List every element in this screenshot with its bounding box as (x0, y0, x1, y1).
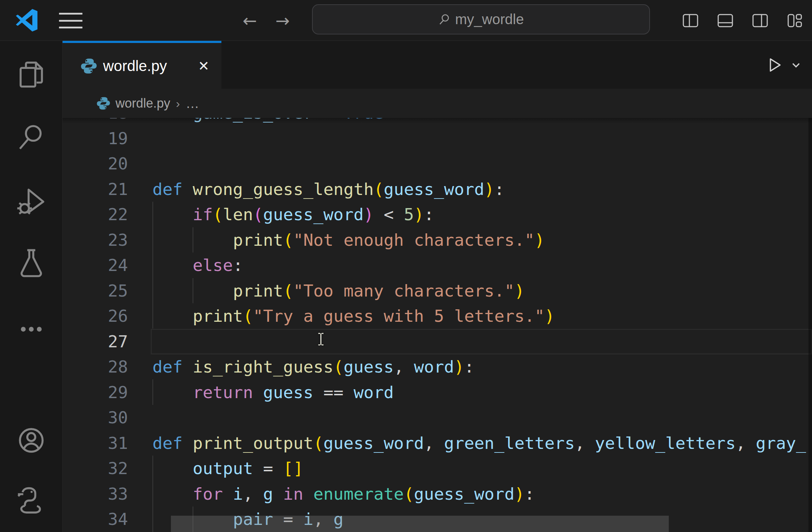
toggle-panel-icon[interactable] (716, 11, 735, 30)
code-text: if(len(guess_word) < 5): (152, 202, 434, 227)
tab-close-icon[interactable]: ✕ (198, 59, 209, 73)
code-text: print("Try a guess with 5 letters.") (152, 303, 555, 329)
line-number[interactable]: 21 (63, 177, 128, 202)
line-number[interactable]: 24 (63, 253, 128, 278)
title-bar: ← → my_wordle (0, 0, 812, 41)
code-lines: 18 game_is_over = True192021def wrong_gu… (63, 89, 812, 532)
breadcrumb-file[interactable]: wordle.py (115, 96, 170, 111)
breadcrumb-chevron-icon: › (176, 97, 180, 110)
run-button[interactable] (764, 55, 784, 75)
code-line-32[interactable]: 32 output = [] (63, 456, 812, 481)
line-number[interactable]: 29 (63, 380, 128, 405)
breadcrumb-shadow (63, 118, 812, 124)
code-line-23[interactable]: 23 print("Not enough characters.") (63, 227, 812, 253)
code-text: def print_output(guess_word, green_lette… (152, 430, 806, 456)
line-number[interactable]: 34 (63, 506, 128, 532)
code-line-33[interactable]: 33 for i, g in enumerate(guess_word): (63, 481, 812, 507)
code-line-31[interactable]: 31def print_output(guess_word, green_let… (63, 430, 812, 456)
code-line-22[interactable]: 22 if(len(guess_word) < 5): (63, 202, 812, 227)
vertical-scrollbar[interactable] (808, 89, 812, 532)
line-number[interactable]: 19 (63, 126, 128, 151)
code-line-20[interactable]: 20 (63, 151, 812, 177)
back-arrow-icon[interactable]: ← (237, 0, 262, 41)
toggle-sidebar-icon[interactable] (681, 11, 700, 30)
tab-wordle-py[interactable]: wordle.py ✕ (63, 41, 221, 89)
line-number[interactable]: 22 (63, 202, 128, 227)
run-dropdown-chevron-icon[interactable] (790, 60, 802, 70)
python-file-icon (80, 58, 97, 75)
layout-controls (681, 0, 805, 41)
customize-layout-icon[interactable] (785, 11, 805, 30)
code-text: else: (152, 253, 243, 278)
tab-label: wordle.py (103, 58, 167, 75)
code-text: output = [] (152, 456, 303, 481)
line-number[interactable]: 27 (63, 329, 128, 354)
code-line-29[interactable]: 29 return guess == word (63, 380, 812, 405)
line-number[interactable]: 26 (63, 303, 128, 329)
code-line-28[interactable]: 28def is_right_guess(guess, word): (63, 354, 812, 380)
vscode-window: ← → my_wordle (0, 0, 812, 532)
search-value: my_wordle (455, 11, 524, 27)
search-input[interactable]: my_wordle (312, 4, 650, 34)
code-line-26[interactable]: 26 print("Try a guess with 5 letters.") (63, 303, 812, 329)
line-number[interactable]: 25 (63, 278, 128, 304)
line-number[interactable]: 23 (63, 227, 128, 253)
run-and-debug-icon[interactable] (15, 185, 47, 217)
code-editor[interactable]: 18 game_is_over = True192021def wrong_gu… (63, 89, 812, 532)
line-number[interactable]: 31 (63, 430, 128, 456)
line-number[interactable]: 28 (63, 354, 128, 380)
line-number[interactable]: 30 (63, 405, 128, 430)
toggle-secondary-sidebar-icon[interactable] (751, 11, 770, 30)
python-file-icon (96, 96, 111, 110)
code-line-21[interactable]: 21def wrong_guess_length(guess_word): (63, 177, 812, 202)
vscode-logo-icon (15, 9, 38, 32)
editor-actions (764, 41, 802, 89)
line-number[interactable]: 32 (63, 456, 128, 481)
code-text: return guess == word (152, 380, 394, 405)
testing-icon[interactable] (15, 247, 47, 279)
search-sidebar-icon[interactable] (15, 121, 47, 153)
code-text: def is_right_guess(guess, word): (152, 354, 474, 380)
breadcrumb-more[interactable]: … (185, 96, 200, 111)
text-cursor-pointer (313, 332, 329, 346)
code-line-25[interactable]: 25 print("Too many characters.") (63, 278, 812, 304)
explorer-icon[interactable] (15, 59, 47, 91)
menu-icon[interactable] (59, 11, 82, 30)
code-line-24[interactable]: 24 else: (63, 253, 812, 278)
code-line-19[interactable]: 19 (63, 126, 812, 151)
code-text: for i, g in enumerate(guess_word): (152, 481, 534, 507)
line-number[interactable]: 33 (63, 481, 128, 507)
code-line-27[interactable]: 27 (63, 329, 812, 354)
code-text: print("Not enough characters.") (152, 227, 545, 253)
search-icon (438, 13, 450, 26)
forward-arrow-icon[interactable]: → (270, 0, 295, 41)
more-actions-icon[interactable] (15, 313, 47, 345)
activity-bar (0, 41, 63, 532)
code-text: def wrong_guess_length(guess_word): (152, 177, 504, 202)
breadcrumb: wordle.py › … (63, 89, 812, 118)
code-line-30[interactable]: 30 (63, 405, 812, 430)
python-environments-icon[interactable] (15, 486, 47, 518)
code-text: print("Too many characters.") (152, 278, 525, 304)
account-icon[interactable] (15, 424, 47, 456)
editor-group: wordle.py ✕ 18 game_ (63, 41, 812, 532)
tab-bar: wordle.py ✕ (63, 41, 812, 89)
line-number[interactable]: 20 (63, 151, 128, 177)
horizontal-scrollbar-thumb[interactable] (171, 516, 669, 532)
